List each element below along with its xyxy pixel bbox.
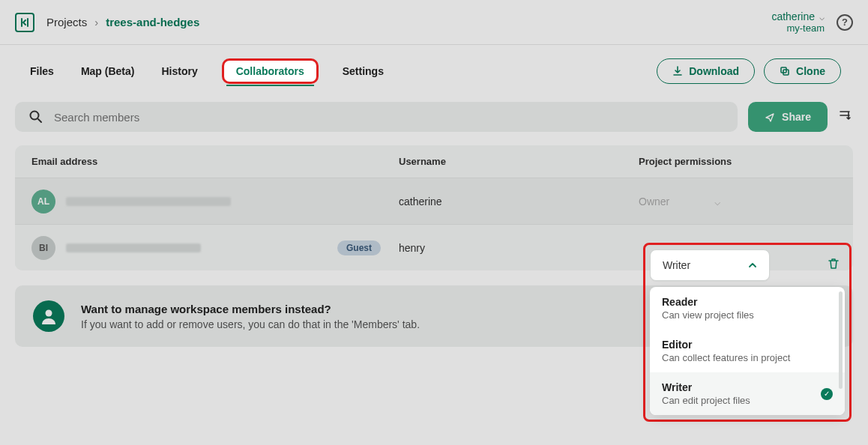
app-logo[interactable] — [15, 13, 34, 32]
col-perm-header: Project permissions — [639, 156, 837, 167]
permission-option-writer[interactable]: Writer Can edit project files ✓ — [650, 372, 845, 415]
chevron-down-icon: ⌵ — [819, 12, 825, 22]
tab-map[interactable]: Map (Beta) — [78, 59, 138, 83]
clone-label: Clone — [796, 65, 825, 77]
scrollbar[interactable] — [839, 291, 843, 389]
option-title: Editor — [662, 339, 790, 351]
share-label: Share — [782, 111, 811, 123]
search-input[interactable] — [54, 111, 724, 124]
download-label: Download — [689, 65, 739, 77]
send-icon — [765, 112, 776, 123]
breadcrumb-root[interactable]: Projects — [46, 16, 87, 28]
clone-button[interactable]: Clone — [764, 58, 841, 84]
breadcrumb: Projects › trees-and-hedges — [46, 16, 199, 28]
email-redacted — [66, 243, 201, 252]
person-icon — [33, 300, 64, 332]
username: henry — [399, 242, 639, 254]
user-name: catherine — [771, 10, 815, 22]
permission-menu: Reader Can view project files Editor Can… — [650, 287, 845, 415]
permission-option-editor[interactable]: Editor Can collect features in project — [650, 330, 845, 372]
permission-select[interactable]: Writer — [650, 249, 770, 281]
tab-settings[interactable]: Settings — [340, 59, 387, 83]
clone-icon — [780, 66, 790, 76]
col-username-header: Username — [399, 156, 639, 167]
permission-dropdown-highlight: Writer Reader Can view project files Edi… — [643, 243, 852, 422]
svg-point-3 — [46, 310, 52, 317]
callout-text: If you want to add or remove users, you … — [81, 318, 420, 330]
permission-option-reader[interactable]: Reader Can view project files — [650, 287, 845, 330]
tab-history[interactable]: History — [158, 59, 200, 83]
breadcrumb-current[interactable]: trees-and-hedges — [106, 16, 199, 28]
username: catherine — [399, 196, 639, 208]
search-box[interactable] — [15, 102, 738, 132]
tab-collaborators-highlight: Collaborators — [222, 58, 319, 84]
option-title: Writer — [662, 381, 750, 393]
permission-label: Owner — [639, 196, 669, 208]
download-icon — [672, 66, 683, 76]
sort-icon[interactable] — [838, 108, 853, 127]
user-team: my-team — [771, 22, 825, 34]
logo-glyph-icon — [19, 17, 30, 28]
share-button[interactable]: Share — [748, 102, 828, 132]
chevron-down-icon: ⌵ — [714, 196, 720, 208]
email-redacted — [66, 197, 231, 206]
tab-files[interactable]: Files — [27, 59, 57, 83]
guest-badge: Guest — [337, 240, 381, 255]
search-icon — [28, 109, 43, 124]
option-desc: Can view project files — [662, 309, 754, 321]
option-desc: Can edit project files — [662, 395, 750, 406]
table-row: AL catherine Owner ⌵ — [15, 178, 853, 224]
svg-point-2 — [31, 112, 39, 120]
help-icon[interactable]: ? — [837, 14, 853, 31]
user-menu[interactable]: catherine⌵ my-team — [771, 10, 825, 34]
callout-title: Want to manage workspace members instead… — [81, 303, 420, 315]
col-email-header: Email address — [31, 156, 399, 167]
tab-collaborators[interactable]: Collaborators — [236, 65, 304, 77]
option-title: Reader — [662, 296, 754, 308]
chevron-up-icon — [748, 261, 757, 270]
permission-owner: Owner ⌵ — [639, 196, 837, 208]
permission-selected-label: Writer — [663, 259, 690, 271]
download-button[interactable]: Download — [657, 58, 755, 84]
option-desc: Can collect features in project — [662, 352, 790, 363]
chevron-right-icon: › — [94, 16, 98, 28]
avatar: BI — [31, 236, 55, 260]
trash-icon[interactable] — [827, 257, 840, 273]
avatar: AL — [31, 190, 55, 214]
check-icon: ✓ — [821, 388, 833, 400]
